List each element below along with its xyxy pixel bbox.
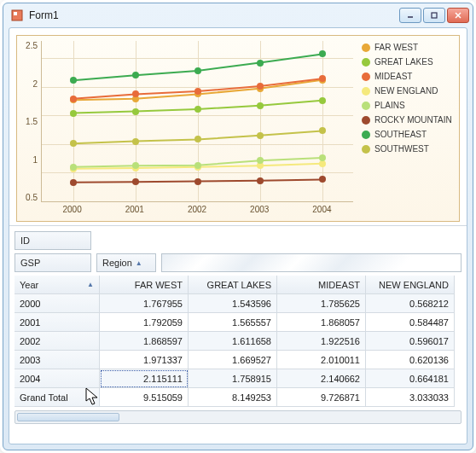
data-cell[interactable]: 2.115111 xyxy=(100,369,189,388)
table-row[interactable]: 20011.7920591.5655571.8680570.584487 xyxy=(15,313,461,332)
data-cell[interactable]: 1.543596 xyxy=(189,294,277,313)
y-axis: 2.521.510.5 xyxy=(17,36,41,202)
close-button[interactable] xyxy=(447,8,469,23)
legend-item: FAR WEST xyxy=(362,43,456,52)
legend: FAR WESTGREAT LAKESMIDEASTNEW ENGLANDPLA… xyxy=(358,36,459,221)
table-row[interactable]: 20001.7679551.5435961.7856250.568212 xyxy=(15,294,461,313)
maximize-button[interactable] xyxy=(423,8,445,23)
x-axis: 20002001200220032004 xyxy=(41,202,353,221)
table-row[interactable]: 20042.1151111.7589152.1406620.664181 xyxy=(15,369,461,388)
legend-item: MIDEAST xyxy=(362,72,456,81)
data-cell[interactable]: 9.726871 xyxy=(277,388,366,407)
data-cell[interactable]: 1.792059 xyxy=(100,313,189,332)
data-cell[interactable]: 8.149253 xyxy=(189,388,277,407)
data-cell[interactable]: 0.596017 xyxy=(366,332,455,351)
titlebar[interactable]: Form1 xyxy=(3,3,473,27)
year-column-header[interactable]: Year▲ xyxy=(15,276,100,294)
data-cell[interactable]: 0.584487 xyxy=(366,313,455,332)
column-header[interactable]: NEW ENGLAND xyxy=(366,276,455,294)
data-cell[interactable]: 3.033033 xyxy=(366,388,455,407)
app-window: Form1 2.521.510.5 20002001200220032004 F… xyxy=(3,3,473,450)
filter-field-id[interactable]: ID xyxy=(15,231,91,250)
data-cell[interactable]: 1.868057 xyxy=(277,313,366,332)
data-cell[interactable]: 1.785625 xyxy=(277,294,366,313)
row-header[interactable]: 2002 xyxy=(15,332,100,351)
minimize-button[interactable] xyxy=(399,8,421,23)
table-row[interactable]: 20021.8685971.6116581.9225160.596017 xyxy=(15,332,461,351)
col-field-region[interactable]: Region▲ xyxy=(96,253,156,272)
horizontal-scrollbar[interactable] xyxy=(15,410,461,424)
data-cell[interactable]: 9.515059 xyxy=(100,388,189,407)
window-title: Form1 xyxy=(29,9,399,21)
data-cell[interactable]: 0.568212 xyxy=(366,294,455,313)
app-icon xyxy=(10,9,24,22)
row-header[interactable]: 2003 xyxy=(15,351,100,369)
data-cell[interactable]: 1.922516 xyxy=(277,332,366,351)
scrollbar-thumb[interactable] xyxy=(17,413,119,421)
legend-item: PLAINS xyxy=(362,101,456,110)
column-header[interactable]: GREAT LAKES xyxy=(189,276,277,294)
data-cell[interactable]: 1.758915 xyxy=(189,369,277,388)
column-header[interactable]: FAR WEST xyxy=(100,276,189,294)
svg-rect-3 xyxy=(432,13,437,18)
pivot-grid: ID GSP Region▲ Year▲ FAR WEST GREAT LAKE… xyxy=(9,226,467,444)
legend-item: ROCKY MOUNTAIN xyxy=(362,115,456,125)
chart-panel: 2.521.510.5 20002001200220032004 FAR WES… xyxy=(9,28,467,226)
data-cell[interactable]: 0.664181 xyxy=(366,369,455,388)
data-cell[interactable]: 0.620136 xyxy=(366,351,455,369)
column-header[interactable]: MIDEAST xyxy=(277,276,366,294)
data-field-gsp[interactable]: GSP xyxy=(15,253,91,272)
sort-asc-icon: ▲ xyxy=(136,259,142,267)
legend-item: NEW ENGLAND xyxy=(362,86,456,96)
row-header[interactable]: 2004 xyxy=(15,369,100,388)
header-spacer xyxy=(161,253,461,272)
legend-item: SOUTHEAST xyxy=(362,130,456,139)
table-row[interactable]: 20031.9713371.6695272.0100110.620136 xyxy=(15,351,461,369)
data-cell[interactable]: 2.140662 xyxy=(277,369,366,388)
data-cell[interactable]: 1.669527 xyxy=(189,351,277,369)
row-header[interactable]: Grand Total xyxy=(15,388,100,407)
data-cell[interactable]: 1.767955 xyxy=(100,294,189,313)
data-cell[interactable]: 2.010011 xyxy=(277,351,366,369)
legend-item: GREAT LAKES xyxy=(362,57,456,67)
row-header[interactable]: 2001 xyxy=(15,313,100,332)
data-cell[interactable]: 1.611658 xyxy=(189,332,277,351)
grand-total-row[interactable]: Grand Total9.5150598.1492539.7268713.033… xyxy=(15,388,461,407)
plot-area xyxy=(41,41,353,202)
svg-rect-1 xyxy=(14,12,17,15)
data-cell[interactable]: 1.868597 xyxy=(100,332,189,351)
row-header[interactable]: 2000 xyxy=(15,294,100,313)
legend-item: SOUTHWEST xyxy=(362,144,456,154)
data-cell[interactable]: 1.565557 xyxy=(189,313,277,332)
sort-asc-icon: ▲ xyxy=(87,281,94,288)
data-cell[interactable]: 1.971337 xyxy=(100,351,189,369)
